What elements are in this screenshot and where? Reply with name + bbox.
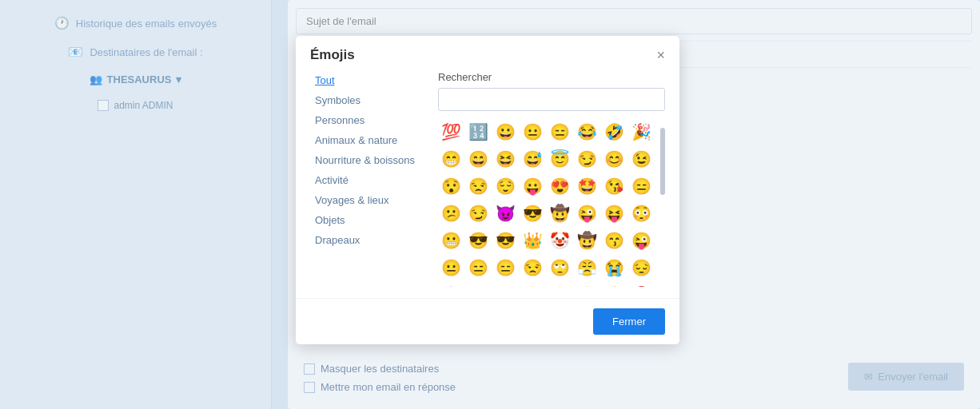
search-label: Rechercher [438, 71, 665, 83]
modal-close-button[interactable]: × [656, 48, 665, 62]
emoji-cell[interactable]: 🔴 [628, 282, 654, 287]
emoji-cell[interactable]: 😌 [492, 173, 518, 199]
emoji-cell[interactable]: 😳 [628, 201, 654, 226]
category-item-objets[interactable]: Objets [310, 211, 430, 229]
emoji-cell[interactable]: 😐 [520, 119, 545, 145]
emoji-cell[interactable]: 😉 [628, 146, 654, 172]
category-item-tout[interactable]: Tout [310, 71, 430, 89]
emoji-cell[interactable]: 😎 [492, 228, 518, 253]
emoji-cell[interactable]: 🤠 [574, 228, 600, 253]
emoji-cell[interactable]: 😩 [547, 282, 572, 287]
emoji-cell[interactable]: 😭 [601, 255, 627, 280]
emoji-categories: ToutSymbolesPersonnesAnimaux & natureNou… [310, 71, 438, 287]
emoji-cell[interactable]: 😘 [601, 173, 627, 199]
emoji-cell[interactable]: 😱 [438, 282, 464, 287]
emoji-cell[interactable]: 😳 [520, 282, 545, 287]
emoji-cell[interactable]: 😇 [547, 146, 572, 172]
category-item-animaux[interactable]: Animaux & nature [310, 131, 430, 149]
emoji-cell[interactable]: 😒 [465, 173, 491, 199]
emoji-cell[interactable]: 🤩 [574, 173, 600, 199]
emoji-cell[interactable]: 😐 [438, 255, 464, 280]
emoji-cell[interactable]: 😝 [601, 201, 627, 226]
emoji-cell[interactable]: 😑 [628, 173, 654, 199]
emoji-cell[interactable]: 😄 [465, 146, 491, 172]
category-item-symboles[interactable]: Symboles [310, 91, 430, 109]
emoji-cell[interactable]: 😈 [492, 201, 518, 226]
emoji-cell[interactable]: 😂 [574, 119, 600, 145]
emoji-cell[interactable]: 😑 [465, 255, 491, 280]
emoji-modal: Émojis × ToutSymbolesPersonnesAnimaux & … [296, 36, 679, 344]
emoji-cell[interactable]: 😏 [465, 201, 491, 226]
emoji-cell[interactable]: 😙 [601, 228, 627, 253]
emoji-cell[interactable]: 😀 [492, 119, 518, 145]
emoji-cell[interactable]: 😑 [547, 119, 572, 145]
scrollbar-thumb [660, 128, 665, 195]
emoji-cell[interactable]: 😊 [601, 146, 627, 172]
emoji-cell[interactable]: 😑 [492, 255, 518, 280]
emoji-search-input[interactable] [438, 88, 665, 111]
category-item-nourriture[interactable]: Nourriture & boissons [310, 151, 430, 169]
emoji-cell[interactable]: 💔 [492, 282, 518, 287]
emoji-cell[interactable]: 😎 [520, 201, 545, 226]
emoji-cell[interactable]: 🤣 [601, 119, 627, 145]
emoji-cell[interactable]: 😤 [574, 255, 600, 280]
emoji-right-panel: Rechercher 💯🔢😀😐😑😂🤣🎉😁😄😆😅😇😏😊😉😯😒😌😛😍🤩😘😑😕😏😈😎🤠… [438, 71, 665, 287]
emoji-cell[interactable]: 😜 [628, 228, 654, 253]
emoji-cell[interactable]: 😜 [574, 201, 600, 226]
modal-body: ToutSymbolesPersonnesAnimaux & natureNou… [296, 71, 679, 298]
emoji-cell[interactable]: 😏 [574, 146, 600, 172]
modal-footer: Fermer [296, 298, 679, 344]
modal-title: Émojis [310, 47, 355, 63]
fermer-button[interactable]: Fermer [593, 308, 665, 335]
emoji-cell[interactable]: 😁 [438, 146, 464, 172]
modal-header: Émojis × [296, 36, 679, 71]
category-item-personnes[interactable]: Personnes [310, 111, 430, 129]
category-item-drapeaux[interactable]: Drapeaux [310, 231, 430, 249]
emoji-grid-container: 💯🔢😀😐😑😂🤣🎉😁😄😆😅😇😏😊😉😯😒😌😛😍🤩😘😑😕😏😈😎🤠😜😝😳😬😎😎👑🤡🤠😙😜… [438, 119, 665, 287]
emoji-cell[interactable]: 😛 [520, 173, 545, 199]
emoji-cell[interactable]: 👑 [520, 228, 545, 253]
emoji-cell[interactable]: 🙄 [547, 255, 572, 280]
emoji-cell[interactable]: 😍 [547, 173, 572, 199]
emoji-cell[interactable]: ❤️ [465, 282, 491, 287]
category-item-activite[interactable]: Activité [310, 171, 430, 189]
emoji-cell[interactable]: 🤠 [547, 201, 572, 226]
emoji-cell[interactable]: 😆 [492, 146, 518, 172]
emoji-grid: 💯🔢😀😐😑😂🤣🎉😁😄😆😅😇😏😊😉😯😒😌😛😍🤩😘😑😕😏😈😎🤠😜😝😳😬😎😎👑🤡🤠😙😜… [438, 119, 665, 287]
emoji-cell[interactable]: 🤡 [547, 228, 572, 253]
emoji-cell[interactable]: 😬 [438, 228, 464, 253]
emoji-cell[interactable]: 😕 [438, 201, 464, 226]
emoji-cell[interactable]: 😤 [574, 282, 600, 287]
emoji-cell[interactable]: 🔢 [465, 119, 491, 145]
emoji-cell[interactable]: 😒 [520, 255, 545, 280]
emoji-cell[interactable]: 💯 [438, 119, 464, 145]
emoji-cell[interactable]: 🎉 [628, 119, 654, 145]
emoji-cell[interactable]: 😡 [601, 282, 627, 287]
emoji-cell[interactable]: 😯 [438, 173, 464, 199]
category-item-voyages[interactable]: Voyages & lieux [310, 191, 430, 209]
emoji-cell[interactable]: 😅 [520, 146, 545, 172]
emoji-cell[interactable]: 😎 [465, 228, 491, 253]
emoji-cell[interactable]: 😔 [628, 255, 654, 280]
